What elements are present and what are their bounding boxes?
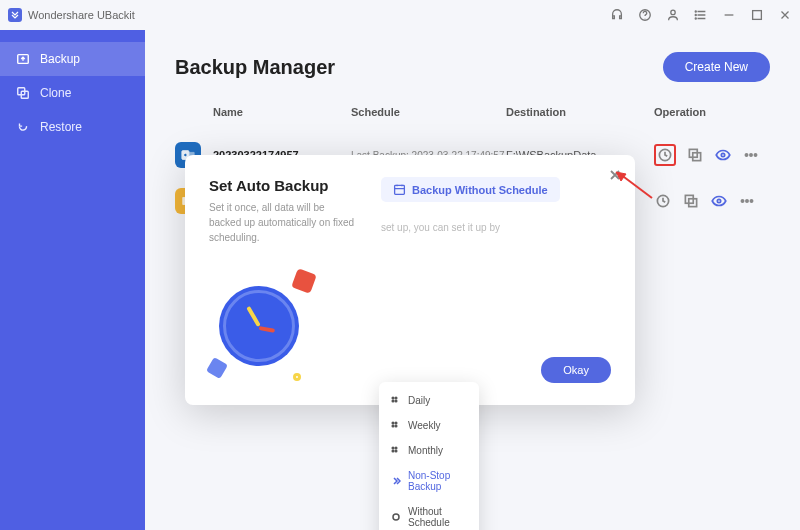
backup-icon [16,52,30,66]
dropdown-item-monthly[interactable]: Monthly [379,438,479,463]
svg-point-36 [392,450,394,452]
circle-icon [391,512,401,522]
schedule-button[interactable] [656,146,674,164]
sidebar-item-label: Restore [40,120,82,134]
page-title: Backup Manager [175,56,335,79]
dropdown-item-weekly[interactable]: Weekly [379,413,479,438]
modal-subtitle: Set it once, all data will be backed up … [209,200,359,245]
svg-point-28 [392,400,394,402]
help-icon[interactable] [638,8,652,22]
minimize-icon[interactable] [722,8,736,22]
maximize-icon[interactable] [750,8,764,22]
schedule-dropdown: Daily Weekly Monthly Non-Stop Backup Wit… [379,382,479,530]
sidebar-item-restore[interactable]: Restore [0,110,145,144]
svg-point-22 [741,200,743,202]
svg-point-17 [754,154,756,156]
svg-point-21 [717,199,720,202]
modal-hint: set up, you can set it up by [381,222,611,233]
sidebar-item-clone[interactable]: Clone [0,76,145,110]
svg-point-16 [750,154,752,156]
svg-point-27 [395,397,397,399]
schedule-selector[interactable]: Backup Without Schedule [381,177,560,202]
svg-point-30 [392,422,394,424]
svg-point-24 [750,200,752,202]
view-button[interactable] [710,192,728,210]
headset-icon[interactable] [610,8,624,22]
dots-icon [391,421,401,431]
chevron-right-icon [391,476,401,486]
dropdown-item-noschedule[interactable]: Without Schedule [379,499,479,530]
row-operations [654,192,756,210]
col-schedule: Schedule [351,106,506,118]
user-icon[interactable] [666,8,680,22]
svg-point-38 [393,514,399,520]
sidebar-item-backup[interactable]: Backup [0,42,145,76]
copy-button[interactable] [682,192,700,210]
clone-icon [16,86,30,100]
svg-point-15 [745,154,747,156]
svg-rect-5 [753,11,762,20]
svg-point-32 [392,425,394,427]
clock-illustration [209,271,319,381]
svg-point-14 [721,153,724,156]
dropdown-item-nonstop[interactable]: Non-Stop Backup [379,463,479,499]
svg-point-29 [395,400,397,402]
more-button[interactable] [738,192,756,210]
sidebar-item-label: Backup [40,52,80,66]
schedule-button-highlight [654,144,676,166]
auto-backup-modal: Set Auto Backup Set it once, all data wi… [185,155,635,405]
svg-point-23 [746,200,748,202]
okay-button[interactable]: Okay [541,357,611,383]
more-button[interactable] [742,146,760,164]
svg-point-33 [395,425,397,427]
dropdown-item-daily[interactable]: Daily [379,388,479,413]
svg-point-3 [695,14,696,15]
sidebar: Backup Clone Restore [0,30,145,530]
app-title: Wondershare UBackit [28,9,135,21]
create-new-button[interactable]: Create New [663,52,770,82]
dots-icon [391,396,401,406]
svg-point-4 [695,18,696,19]
svg-point-26 [392,397,394,399]
svg-rect-25 [395,185,405,194]
table-header: Name Schedule Destination Operation [175,100,770,132]
row-operations [654,144,760,166]
close-icon[interactable] [609,167,621,185]
svg-point-37 [395,450,397,452]
col-operation: Operation [654,106,706,118]
modal-title: Set Auto Backup [209,177,359,194]
sidebar-item-label: Clone [40,86,71,100]
dots-icon [391,446,401,456]
col-destination: Destination [506,106,654,118]
restore-icon [16,120,30,134]
schedule-chip-label: Backup Without Schedule [412,184,548,196]
col-name: Name [213,106,351,118]
schedule-button[interactable] [654,192,672,210]
close-icon[interactable] [778,8,792,22]
copy-button[interactable] [686,146,704,164]
app-logo [8,8,22,22]
svg-point-1 [671,10,675,14]
calendar-icon [393,183,406,196]
svg-point-2 [695,11,696,12]
svg-point-31 [395,422,397,424]
titlebar: Wondershare UBackit [0,0,800,30]
menu-icon[interactable] [694,8,708,22]
view-button[interactable] [714,146,732,164]
svg-point-35 [395,447,397,449]
svg-point-34 [392,447,394,449]
